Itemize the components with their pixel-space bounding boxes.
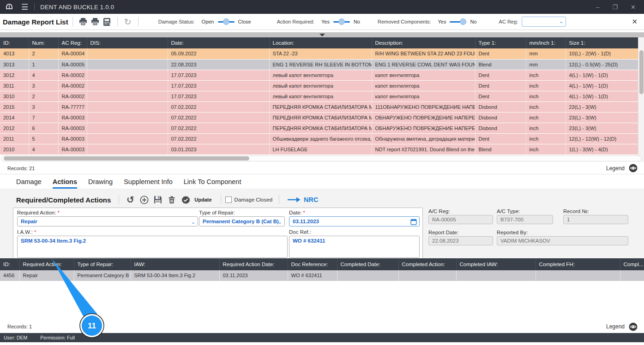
close-window-button[interactable]: ✕ <box>631 4 636 11</box>
grid-splitter[interactable] <box>0 32 644 37</box>
refresh-icon[interactable]: ↻ <box>122 16 134 27</box>
col-size1[interactable]: Size 1: <box>566 37 638 48</box>
col-date[interactable]: Date: <box>168 37 269 48</box>
col-action-id[interactable]: ID: <box>0 258 19 270</box>
required-action-select[interactable]: Repair⌄ <box>17 216 198 226</box>
cell-mminch: mm <box>526 59 566 70</box>
type-of-repair-label: Type of Repair: <box>199 210 235 215</box>
hamburger-menu-icon[interactable]: ☰ <box>21 2 29 12</box>
app-logo-icon <box>5 3 14 11</box>
damage-table-row[interactable]: 3013 1 RA-00005 22.08.2023 ENG 1 REVERSE… <box>0 59 638 70</box>
delete-icon[interactable] <box>165 194 179 206</box>
damage-table-row[interactable]: 4013 2 RA-00004 05.09.2022 STA 22 -23 R/… <box>0 48 638 59</box>
cell-mminch: mm <box>526 48 566 59</box>
cell-dis <box>87 123 168 133</box>
cell-mminch: inch <box>526 133 566 144</box>
col-acreg[interactable]: AC Reg: <box>58 37 87 48</box>
col-compl[interactable]: Compl... <box>620 258 644 270</box>
col-type1[interactable]: Type 1: <box>475 37 526 48</box>
horizontal-scrollbar-thumb[interactable] <box>4 156 249 161</box>
col-num[interactable]: Num: <box>29 37 58 48</box>
col-location[interactable]: Location: <box>269 37 372 48</box>
doc-ref-input[interactable]: WO # 632411 <box>289 236 420 258</box>
damage-table-row[interactable]: 3011 3 RA-00002 17.07.2023 левый капот в… <box>0 80 638 91</box>
vertical-scrollbar-thumb[interactable] <box>639 50 644 94</box>
tab-link-to-component[interactable]: Link To Component <box>184 178 241 189</box>
ac-reg-select[interactable]: ⌄ <box>522 17 566 27</box>
col-mminch1[interactable]: mm/inch 1: <box>526 37 566 48</box>
col-required-action[interactable]: Required Action: <box>19 258 74 270</box>
restore-button[interactable]: ❐ <box>612 4 618 11</box>
date-input[interactable]: 03.11.2023 <box>289 216 420 226</box>
update-label[interactable]: Update <box>194 197 211 202</box>
col-completed-fh[interactable]: Completed FH: <box>536 258 620 270</box>
col-completed-iaw[interactable]: Completed IAW: <box>456 258 536 270</box>
calendar-icon[interactable] <box>410 219 417 225</box>
cell-completed-fh <box>536 270 620 281</box>
cell-description: 111ОБНАРУЖЕНО ПОВРЕЖДЕНИЕ НАПЕРЕЖН... <box>372 101 475 112</box>
action-required-label: Action Required: <box>277 19 314 24</box>
col-description[interactable]: Description: <box>372 37 475 48</box>
removed-components-toggle[interactable] <box>450 18 466 25</box>
close-view-button[interactable]: ✕ <box>632 18 638 26</box>
damage-table-row[interactable]: 3010 2 RA-00002 17.07.2023 левый капот в… <box>0 91 638 101</box>
col-doc-reference[interactable]: Doc Reference: <box>288 258 337 270</box>
type-of-repair-select[interactable]: Permanent Category B (Cat B)⌄ <box>199 216 285 226</box>
damage-table-row[interactable]: 2011 5 RA-00003 07.02.2022 Обшивкадвери … <box>0 133 638 144</box>
tab-drawing[interactable]: Drawing <box>88 178 113 189</box>
col-completed-date[interactable]: Completed Date: <box>337 258 398 270</box>
damage-table-row[interactable]: 2014 7 RA-00003 07.02.2022 ПЕРЕДНЯЯ КРОМ… <box>0 112 638 123</box>
add-action-icon[interactable] <box>137 194 151 206</box>
tab-damage[interactable]: Damage <box>16 178 42 189</box>
cell-dis <box>87 144 168 155</box>
damage-table-row[interactable]: 2012 6 RA-00003 07.02.2022 ПЕРЕДНЯЯ КРОМ… <box>0 123 638 133</box>
legend-eye-icon[interactable] <box>629 164 638 172</box>
col-completed-action[interactable]: Completed Action: <box>398 258 456 270</box>
cell-id: 3013 <box>0 59 29 70</box>
export-excel-button[interactable]: x <box>101 16 113 27</box>
damage-status-label: Damage Status: <box>158 19 195 24</box>
col-iaw[interactable]: IAW: <box>131 258 219 270</box>
damage-table-row[interactable]: 3012 4 RA-00002 17.07.2023 левый капот в… <box>0 70 638 80</box>
cell-type1: Blend <box>475 144 526 155</box>
date-label: Date:* <box>289 210 305 215</box>
vertical-scrollbar[interactable] <box>638 37 644 162</box>
cell-mminch: inch <box>526 101 566 112</box>
tab-actions[interactable]: Actions <box>53 178 77 189</box>
cell-num: 6 <box>29 123 58 133</box>
print-button[interactable] <box>77 16 89 27</box>
col-id[interactable]: ID: <box>0 37 29 48</box>
cell-mminch: inch <box>526 91 566 101</box>
nrc-label: NRC <box>304 196 318 203</box>
chevron-down-icon: ⌄ <box>278 217 282 226</box>
horizontal-scrollbar[interactable] <box>1 155 642 161</box>
nrc-button[interactable]: NRC <box>287 196 318 203</box>
cell-completed-action <box>398 270 456 281</box>
damage-table-row[interactable]: 2010 4 RA-00003 03.01.2023 LH FUSELAGE N… <box>0 144 638 155</box>
damage-status-close: Close <box>238 19 251 24</box>
cell-required-action: Repair <box>19 270 74 281</box>
actions-table-row[interactable]: 4456 Repair Permanent Category B (... SR… <box>0 270 644 281</box>
cell-size1: 4(L) - 1(W) - 1(D) <box>566 91 638 101</box>
tab-supplement-info[interactable]: Supplement Info <box>124 178 173 189</box>
undo-icon[interactable]: ↺ <box>123 194 137 206</box>
titlebar: ☰ DENT AND BUCKLE 1.0.0 – ❐ ✕ <box>0 0 644 14</box>
save-icon[interactable] <box>151 194 165 206</box>
col-required-action-date[interactable]: Required Action Date: <box>219 258 288 270</box>
print-selected-button[interactable] <box>89 16 101 27</box>
cell-type1: Dent <box>475 70 526 80</box>
damage-closed-checkbox[interactable] <box>225 196 232 203</box>
cell-doc-reference: WO # 632411 <box>288 270 337 281</box>
records-bar-top: Records: 21 Legend <box>0 162 644 174</box>
damage-status-toggle[interactable] <box>218 18 235 25</box>
minimize-button[interactable]: – <box>596 4 599 11</box>
cell-size1: 12(L) - 12(W) - 12(D) <box>566 133 638 144</box>
damage-table-row[interactable]: 2015 3 RA-77777 07.02.2022 ПЕРЕДНЯЯ КРОМ… <box>0 101 638 112</box>
col-type-of-repair[interactable]: Type of Repair: <box>74 258 131 270</box>
col-dis[interactable]: DIS: <box>87 37 168 48</box>
cell-id: 2015 <box>0 101 29 112</box>
action-required-toggle[interactable] <box>333 18 350 25</box>
iaw-textarea[interactable]: SRM 53-00-34 Item.3 Fig.2 <box>17 236 288 258</box>
complete-badge-icon[interactable] <box>179 194 193 206</box>
legend-eye-icon[interactable] <box>629 322 638 331</box>
